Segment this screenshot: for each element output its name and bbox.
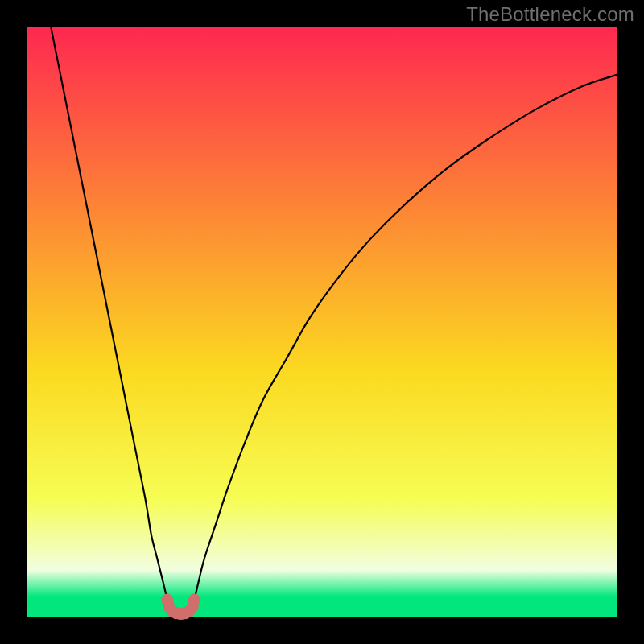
valley-marker [188, 594, 200, 606]
bottleneck-chart [0, 0, 644, 644]
chart-frame: { "watermark": "TheBottleneck.com", "col… [0, 0, 644, 644]
watermark-text: TheBottleneck.com [466, 3, 634, 26]
gradient-background [27, 27, 617, 617]
